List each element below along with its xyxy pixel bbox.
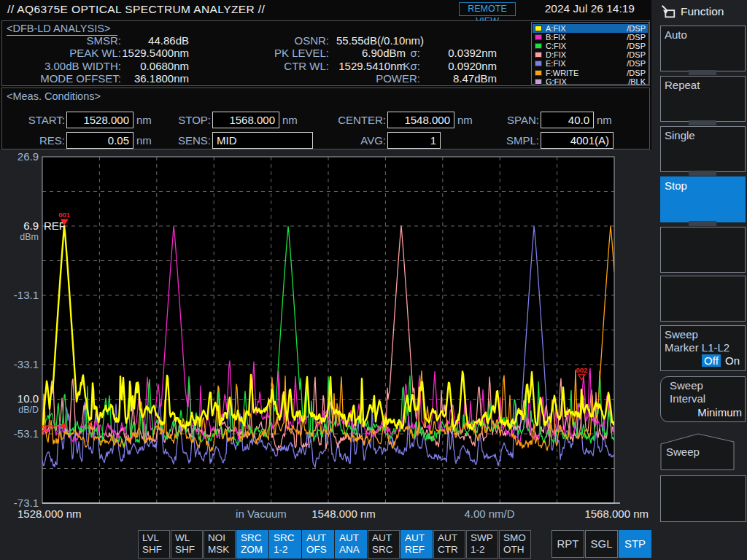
menu-aut-ofs[interactable]: AUTOFS: [302, 530, 334, 559]
legend-row-g[interactable]: G:FIX/BLK: [533, 77, 648, 86]
legend-row-b[interactable]: B:FIX/DSP: [533, 33, 648, 42]
trace-color-swatch: [535, 79, 542, 85]
analysis-value: 0.0392nm: [395, 47, 497, 59]
trace-name: F:WRITE: [546, 69, 578, 77]
menu-lvl-shf[interactable]: LVLSHF: [138, 530, 170, 559]
span-field[interactable]: 40.0: [541, 112, 594, 128]
sweep-tab[interactable]: Sweep: [660, 432, 735, 470]
menu-src-zom[interactable]: SRCZOM: [236, 530, 268, 559]
menu-smo-oth[interactable]: SMOOTH: [499, 530, 531, 559]
toggle-on[interactable]: On: [724, 354, 741, 367]
trace-color-swatch: [535, 26, 542, 31]
start-label: START:: [0, 112, 65, 128]
mode-sgl[interactable]: SGL: [585, 530, 618, 558]
softkey-blank-bottom[interactable]: [660, 475, 746, 522]
softkey-stop[interactable]: Stop: [660, 176, 746, 222]
y-axis-unit: dBm: [20, 232, 39, 242]
trace-display-status: /DSP: [627, 33, 646, 42]
softkey-label: Repeat: [665, 79, 745, 92]
softkey-value: Minimum: [697, 406, 742, 419]
remote-view-badge: REMOTE VIEW: [459, 2, 516, 16]
conditions-panel-title: <Meas. Conditions>: [7, 90, 101, 102]
legend-row-a[interactable]: A:FIX/DSP: [533, 24, 648, 33]
legend-row-f[interactable]: F:WRITE/DSP: [533, 69, 648, 77]
app-title: // AQ6375E OPTICAL SPECTRUM ANALYZER //: [7, 3, 265, 16]
y-scale-per-div: 10.0: [18, 392, 39, 405]
legend-row-c[interactable]: C:FIX/DSP: [533, 42, 648, 50]
analysis-value: 8.47dBm: [395, 72, 497, 85]
span-label: SPAN:: [452, 112, 539, 128]
trace-name: G:FIX: [546, 77, 567, 86]
osa-screen: // AQ6375E OPTICAL SPECTRUM ANALYZER // …: [0, 0, 747, 560]
softkey-single[interactable]: Single: [660, 126, 746, 172]
menu-wl-shf[interactable]: WLSHF: [171, 530, 203, 559]
bottom-menu-bar: LVLSHFWLSHFNOIMSKSRCZOMSRC1-2AUTOFSAUTAN…: [0, 527, 747, 560]
peak-marker-label-001: 001: [58, 211, 71, 219]
analysis-value: 36.1800nm: [87, 72, 189, 85]
trace-display-status: /BLK: [628, 77, 646, 86]
trace-display-status: /DSP: [627, 59, 646, 68]
avg-field[interactable]: 1: [387, 132, 441, 149]
spectrum-chart: 26.96.9dBm-13.1-33.1-53.1-73.110.0dB/D15…: [0, 149, 651, 527]
mode-rpt[interactable]: RPT: [551, 530, 584, 558]
sens-label: SENS:: [123, 132, 211, 149]
trace-name: B:FIX: [546, 33, 566, 42]
analysis-value: 55.55dB(/0.10nm): [336, 34, 497, 47]
trace-color-swatch: [535, 43, 542, 49]
softkey-sweep-marker[interactable]: SweepMarker L1-L2Off On: [660, 325, 746, 371]
trace-display-status: /DSP: [627, 24, 646, 33]
softkey-connector: [689, 70, 716, 75]
avg-label: AVG:: [298, 132, 386, 149]
menu-src-1-2[interactable]: SRC1-2: [269, 530, 301, 559]
menu-noi-msk[interactable]: NOIMSK: [204, 530, 236, 559]
x-label-vacuum: in Vacuum: [236, 508, 287, 520]
y-axis-tick: 26.9: [18, 150, 39, 163]
stop-label: STOP:: [123, 112, 211, 128]
x-label-stop: 1568.000 nm: [584, 508, 649, 520]
softkey-repeat[interactable]: Repeat: [660, 76, 746, 122]
legend-row-e[interactable]: E:FIX/DSP: [533, 59, 648, 68]
legend-row-d[interactable]: D:FIX/DSP: [533, 50, 648, 59]
analysis-value: 0.0680nm: [87, 60, 189, 72]
y-scale-unit: dB/D: [18, 405, 39, 415]
softkey-label: Sweep: [670, 379, 745, 392]
spectrum-plot: 26.96.9dBm-13.1-33.1-53.1-73.110.0dB/D15…: [0, 149, 651, 527]
center-field[interactable]: 1548.000: [387, 112, 454, 128]
function-menu-title: Function: [681, 5, 724, 18]
trace-name: A:FIX: [546, 24, 566, 33]
function-sidebar: Function AutoRepeatSingleStopSweepMarker…: [651, 0, 747, 560]
menu-aut-ref[interactable]: AUTREF: [400, 530, 433, 559]
y-axis-tick: -33.1: [14, 358, 39, 370]
dfb-ld-analysis-panel: <DFB-LD ANALYSIS> SMSR:44.86dBOSNR:55.55…: [1, 20, 650, 86]
menu-aut-ana[interactable]: AUTANA: [335, 530, 367, 559]
peak-marker-label-002: 002: [576, 366, 587, 374]
analysis-value: 0.0920nm: [395, 60, 497, 72]
softkey-connector: [689, 120, 716, 125]
span-unit: nm: [597, 112, 626, 128]
menu-aut-src[interactable]: AUTSRC: [368, 530, 400, 559]
trace-color-swatch: [535, 70, 542, 76]
softkey-label: Marker L1-L2: [665, 341, 745, 354]
stop-field[interactable]: 1568.000: [212, 112, 279, 128]
mode-stp[interactable]: STP: [619, 530, 651, 558]
trace-name: D:FIX: [546, 50, 566, 59]
menu-swp-1-2[interactable]: SWP1-2: [466, 530, 498, 559]
trace-color-swatch: [535, 61, 542, 66]
trace-color-swatch: [535, 52, 542, 58]
x-label-per-div: 4.00 nm/D: [464, 508, 514, 520]
smpl-field[interactable]: 4001(A): [541, 132, 614, 149]
toggle-off[interactable]: Off: [702, 354, 721, 367]
trace-color-swatch: [535, 34, 542, 40]
softkey-blank-2[interactable]: [660, 276, 746, 322]
menu-aut-ctr[interactable]: AUTCTR: [433, 530, 465, 559]
softkey-auto[interactable]: Auto: [660, 26, 746, 71]
softkey-label: Single: [665, 129, 745, 142]
softkey-label: Stop: [665, 179, 745, 192]
function-menu-header: Function: [660, 4, 742, 23]
trace-name: E:FIX: [546, 59, 566, 68]
smpl-label: SMPL:: [452, 132, 539, 149]
analysis-label: OSNR:: [205, 34, 329, 47]
softkey-connector: [689, 171, 716, 176]
softkey-blank-1[interactable]: [660, 227, 746, 273]
softkey-sweep-interval[interactable]: SweepIntervalMinimum: [660, 376, 746, 422]
